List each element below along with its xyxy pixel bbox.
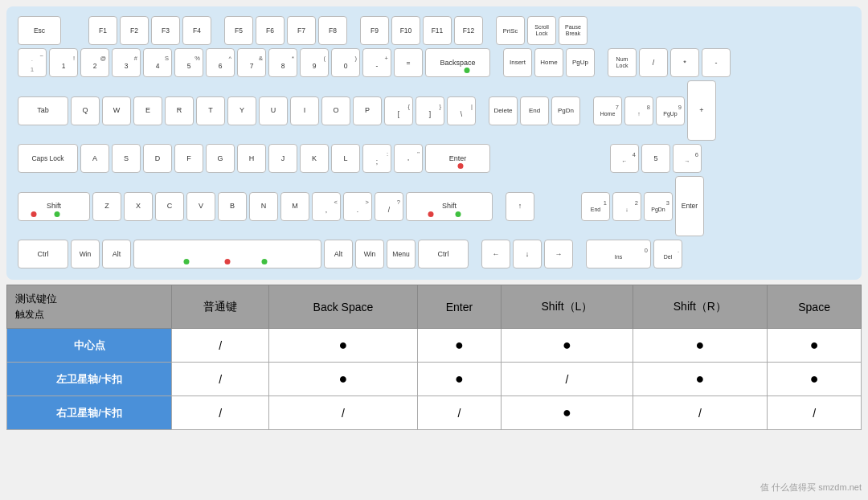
key-pause[interactable]: PauseBreak bbox=[559, 16, 588, 45]
key-num-7[interactable]: 7Home bbox=[593, 96, 622, 125]
key-num-6[interactable]: 6→ bbox=[673, 144, 702, 173]
key-f2[interactable]: F2 bbox=[120, 16, 149, 45]
key-num-4[interactable]: 4← bbox=[610, 144, 639, 173]
key-6[interactable]: ^6 bbox=[206, 48, 235, 77]
key-esc[interactable]: Esc bbox=[18, 16, 61, 45]
key-capslock[interactable]: Caps Lock bbox=[18, 144, 78, 173]
key-bracket-r[interactable]: }] bbox=[416, 96, 444, 125]
key-shift-left[interactable]: Shift bbox=[18, 192, 90, 221]
key-num-2[interactable]: 2↓ bbox=[612, 192, 641, 221]
key-f9[interactable]: F9 bbox=[360, 16, 389, 45]
key-1[interactable]: !1 bbox=[49, 48, 78, 77]
key-backslash[interactable]: |\ bbox=[447, 96, 476, 125]
key-f[interactable]: F bbox=[174, 144, 203, 173]
key-pgdn-mid[interactable]: PgDn bbox=[551, 96, 580, 125]
key-arrow-left[interactable]: ← bbox=[481, 240, 510, 268]
key-f10[interactable]: F10 bbox=[391, 16, 420, 45]
key-f8[interactable]: F8 bbox=[318, 16, 347, 45]
key-ctrl-right[interactable]: Ctrl bbox=[418, 240, 469, 268]
key-num-8[interactable]: 8↑ bbox=[624, 96, 653, 125]
key-period[interactable]: >. bbox=[343, 192, 372, 221]
key-f12[interactable]: F12 bbox=[454, 16, 483, 45]
key-t[interactable]: T bbox=[196, 96, 225, 125]
key-q[interactable]: Q bbox=[71, 96, 100, 125]
key-win-right[interactable]: Win bbox=[355, 240, 384, 268]
key-w[interactable]: W bbox=[102, 96, 131, 125]
key-r[interactable]: R bbox=[165, 96, 194, 125]
key-e[interactable]: E bbox=[133, 96, 162, 125]
key-c[interactable]: C bbox=[155, 192, 184, 221]
key-tilde[interactable]: ~`1 bbox=[18, 48, 47, 77]
key-semicolon[interactable]: :; bbox=[362, 144, 391, 173]
key-comma[interactable]: <, bbox=[312, 192, 341, 221]
key-prtsc[interactable]: PrtSc bbox=[496, 16, 525, 45]
key-ctrl-left[interactable]: Ctrl bbox=[18, 240, 68, 268]
key-m[interactable]: M bbox=[280, 192, 309, 221]
key-k[interactable]: K bbox=[300, 144, 329, 173]
key-pgup-top[interactable]: PgUp bbox=[566, 48, 595, 77]
key-o[interactable]: O bbox=[321, 96, 350, 125]
key-num-9[interactable]: 9PgUp bbox=[656, 96, 685, 125]
key-5[interactable]: %5 bbox=[174, 48, 203, 77]
key-num-0[interactable]: 0Ins bbox=[586, 240, 651, 268]
key-arrow-down[interactable]: ↓ bbox=[513, 240, 542, 268]
key-num-3[interactable]: 3PgDn bbox=[644, 192, 673, 221]
key-u[interactable]: U bbox=[259, 96, 288, 125]
key-num-1[interactable]: 1End bbox=[581, 192, 610, 221]
key-g[interactable]: G bbox=[206, 144, 235, 173]
key-0[interactable]: )0 bbox=[331, 48, 360, 77]
key-enter[interactable]: Enter bbox=[425, 144, 490, 173]
key-8[interactable]: *8 bbox=[268, 48, 297, 77]
key-num-slash[interactable]: / bbox=[639, 48, 668, 77]
key-backspace[interactable]: Backspace bbox=[425, 48, 490, 77]
key-j[interactable]: J bbox=[268, 144, 297, 173]
key-y[interactable]: Y bbox=[227, 96, 256, 125]
key-v[interactable]: V bbox=[186, 192, 215, 221]
key-3[interactable]: #3 bbox=[112, 48, 141, 77]
key-i[interactable]: I bbox=[290, 96, 319, 125]
key-minus[interactable]: +- bbox=[362, 48, 391, 77]
key-f6[interactable]: F6 bbox=[256, 16, 285, 45]
key-f11[interactable]: F11 bbox=[423, 16, 452, 45]
key-b[interactable]: B bbox=[218, 192, 247, 221]
key-delete[interactable]: Delete bbox=[489, 96, 518, 125]
key-9[interactable]: (9 bbox=[300, 48, 329, 77]
key-2[interactable]: @2 bbox=[80, 48, 109, 77]
key-f4[interactable]: F4 bbox=[182, 16, 211, 45]
key-num-5[interactable]: 5 bbox=[641, 144, 670, 173]
key-z[interactable]: Z bbox=[92, 192, 121, 221]
key-7[interactable]: &7 bbox=[237, 48, 266, 77]
key-alt-right[interactable]: Alt bbox=[324, 240, 353, 268]
key-a[interactable]: A bbox=[80, 144, 109, 173]
key-arrow-up[interactable]: ↑ bbox=[506, 192, 534, 221]
key-numlock[interactable]: NumLock bbox=[608, 48, 637, 77]
key-insert[interactable]: Insert bbox=[503, 48, 532, 77]
key-4[interactable]: S4 bbox=[143, 48, 172, 77]
key-l[interactable]: L bbox=[331, 144, 360, 173]
key-alt-left[interactable]: Alt bbox=[102, 240, 131, 268]
key-h[interactable]: H bbox=[237, 144, 266, 173]
key-f5[interactable]: F5 bbox=[224, 16, 253, 45]
key-d[interactable]: D bbox=[143, 144, 172, 173]
key-f3[interactable]: F3 bbox=[151, 16, 180, 45]
key-arrow-right[interactable]: → bbox=[544, 240, 573, 268]
key-p[interactable]: P bbox=[353, 96, 382, 125]
key-end[interactable]: End bbox=[520, 96, 549, 125]
key-num-dot[interactable]: .Del bbox=[653, 240, 682, 268]
key-equals[interactable]: = bbox=[394, 48, 423, 77]
key-quote[interactable]: "' bbox=[394, 144, 423, 173]
key-space[interactable] bbox=[133, 240, 321, 268]
key-slash[interactable]: ?/ bbox=[375, 192, 403, 221]
key-s[interactable]: S bbox=[112, 144, 141, 173]
key-num-enter[interactable]: Enter bbox=[675, 176, 704, 236]
key-f1[interactable]: F1 bbox=[88, 16, 117, 45]
key-bracket-l[interactable]: {[ bbox=[384, 96, 413, 125]
key-shift-right[interactable]: Shift bbox=[406, 192, 493, 221]
key-menu[interactable]: Menu bbox=[387, 240, 416, 268]
key-num-minus[interactable]: - bbox=[702, 48, 731, 77]
key-n[interactable]: N bbox=[249, 192, 278, 221]
key-tab[interactable]: Tab bbox=[18, 96, 68, 125]
key-win-left[interactable]: Win bbox=[71, 240, 100, 268]
key-num-star[interactable]: * bbox=[670, 48, 699, 77]
key-home[interactable]: Home bbox=[534, 48, 563, 77]
